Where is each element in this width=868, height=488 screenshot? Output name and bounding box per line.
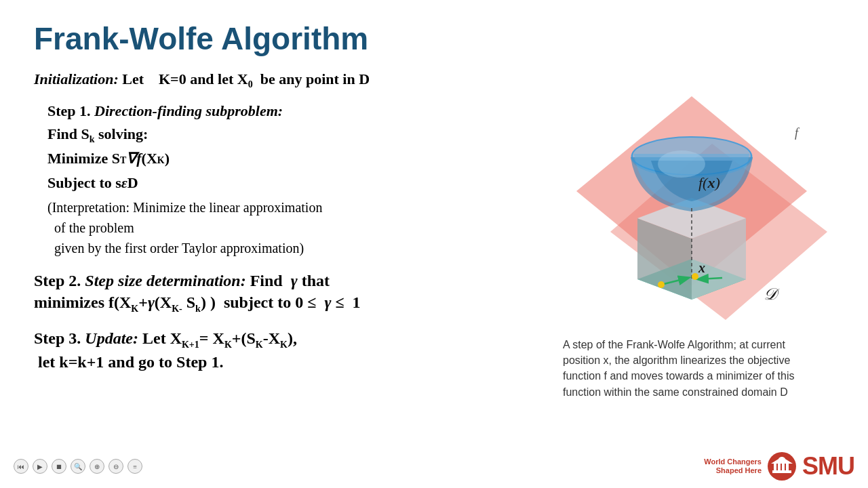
slide-title: Frank-Wolfe Algorithm xyxy=(34,20,834,57)
svg-point-8 xyxy=(658,150,705,178)
smu-tagline-bottom: Shaped Here xyxy=(704,466,762,475)
svg-rect-20 xyxy=(774,464,776,470)
svg-text:f(x): f(x) xyxy=(698,174,720,191)
smu-tagline-top: World Changers xyxy=(704,458,762,466)
right-content: f(x) xyxy=(549,69,834,400)
svg-rect-22 xyxy=(782,464,785,470)
svg-rect-21 xyxy=(778,464,781,470)
left-content: Initialization: Let K=0 and let X0 be an… xyxy=(34,69,536,400)
step3-block: Step 3. Update: Let XK+1= XK+(SK-XK), le… xyxy=(34,329,536,375)
bottom-bar: ⏮ ▶ ⏹ 🔍 ⊕ ⊖ ≡ World Changers Shaped Here xyxy=(14,451,854,481)
init-text: Let K=0 and let X0 be any point in D xyxy=(122,70,370,87)
control-btn-1[interactable]: ⏮ xyxy=(14,459,28,474)
step3-heading: Step 3. Update: Let XK+1= XK+(SK-XK), xyxy=(34,329,536,350)
control-btn-4[interactable]: 🔍 xyxy=(71,459,85,474)
control-btn-6[interactable]: ⊖ xyxy=(108,459,123,474)
smu-logo: World Changers Shaped Here SMU xyxy=(704,451,854,481)
svg-point-12 xyxy=(658,281,665,288)
step2-block: Step 2. Step size determination: Find γ … xyxy=(34,272,536,316)
control-btn-7[interactable]: ≡ xyxy=(127,459,142,474)
step2-line: minimizes f(XK+γ(XK- Sk) ) subject to 0 … xyxy=(34,290,536,316)
smu-tagline: World Changers Shaped Here xyxy=(704,458,762,475)
viz-svg: f(x) xyxy=(556,69,827,327)
init-label: Initialization: xyxy=(34,70,119,87)
svg-text:𝒟: 𝒟 xyxy=(763,285,780,303)
step3-line2: let k=k+1 and go to Step 1. xyxy=(34,350,536,374)
control-btn-2[interactable]: ▶ xyxy=(33,459,47,474)
content-area: Initialization: Let K=0 and let X0 be an… xyxy=(34,69,834,400)
init-line: Initialization: Let K=0 and let X0 be an… xyxy=(34,69,536,92)
svg-point-14 xyxy=(692,273,698,280)
svg-rect-19 xyxy=(772,470,791,473)
viz-container: f(x) xyxy=(556,69,827,327)
step2-heading: Step 2. Step size determination: Find γ … xyxy=(34,272,536,290)
step1-interpretation: (Interpretation: Minimize the linear app… xyxy=(47,197,536,258)
control-btn-5[interactable]: ⊕ xyxy=(90,459,104,474)
svg-text:f: f xyxy=(795,126,800,140)
step1-minimize: Minimize ST ∇f(XK) xyxy=(47,146,536,170)
step1-block: Step 1. Direction-finding subproblem: Fi… xyxy=(47,102,536,258)
step1-subject: Subject to sεD xyxy=(47,171,536,195)
step1-label: Step 1. xyxy=(47,102,91,119)
viz-caption: A step of the Frank-Wolfe Algorithm; at … xyxy=(563,337,821,400)
smu-text: SMU xyxy=(802,452,854,481)
slide-container: Frank-Wolfe Algorithm Initialization: Le… xyxy=(0,0,868,488)
step1-heading: Step 1. Direction-finding subproblem: xyxy=(47,102,536,120)
svg-text:x: x xyxy=(698,260,705,275)
svg-rect-23 xyxy=(786,464,789,470)
playback-controls: ⏮ ▶ ⏹ 🔍 ⊕ ⊖ ≡ xyxy=(14,459,142,474)
smu-emblem-icon xyxy=(767,451,797,481)
svg-point-25 xyxy=(778,457,785,462)
control-btn-3[interactable]: ⏹ xyxy=(52,459,66,474)
step1-find: Find Sk solving: xyxy=(47,123,536,146)
